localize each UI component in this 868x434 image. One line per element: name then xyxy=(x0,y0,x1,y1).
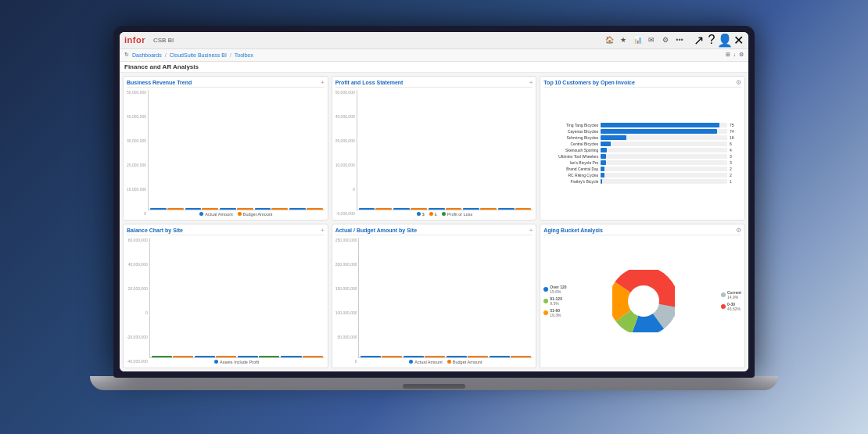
bal-dot-1 xyxy=(214,360,218,364)
balance-title: Balance Chart by Site xyxy=(127,228,325,235)
hbar-row-9: RC Riking Cycles 2 xyxy=(543,173,741,178)
legend-actual: Actual Amount xyxy=(199,212,232,217)
hbar-chart: Ting Tang Bicycles 75 Cayenas Bicycles xyxy=(543,90,741,217)
bar-orange-3 xyxy=(237,208,253,210)
pl-bar-b3 xyxy=(429,208,445,210)
breadcrumb-bar: ↻ Dashboards / CloudSuite Business BI / … xyxy=(120,49,748,62)
bar-orange-5 xyxy=(307,208,323,210)
aging-leg-030: 0-30 43.62% xyxy=(721,302,741,311)
aging-left-legend: Over 120 15.6% 91-120 9.5% xyxy=(543,285,566,317)
aging-leg-91: 91-120 9.5% xyxy=(543,296,566,306)
pl-legend: $ £ Profit or Loss xyxy=(357,212,533,217)
bar-orange-2 xyxy=(202,208,218,210)
aging-label-3160: 31-60 19.3% xyxy=(550,308,561,317)
legend-dot-blue xyxy=(199,212,203,216)
pl-y-labels: 50,000,000 40,000,000 25,000,000 10,000,… xyxy=(335,90,357,217)
hbar-label-9: RC Riking Cycles xyxy=(543,173,598,178)
close-icon[interactable]: ✕ xyxy=(733,34,744,45)
breadcrumb-sep2: / xyxy=(230,52,231,58)
bc-bar-g3 xyxy=(259,356,279,357)
pie-svg xyxy=(612,270,675,332)
profit-loss-title: Profit and Loss Statement xyxy=(335,80,533,88)
ab-bar-b2 xyxy=(404,356,424,357)
ab-leg-2: Budget Amount xyxy=(447,360,482,364)
bar-orange-4 xyxy=(271,208,288,210)
breadcrumb-tab1[interactable]: CloudSuite Business BI xyxy=(170,52,227,58)
page-title-bar: Finance and AR Analysis xyxy=(120,62,748,73)
legend-budget: Budget Amount xyxy=(238,212,273,217)
hbar-label-4: Central Bicycles xyxy=(543,142,598,146)
pl-bar-o4 xyxy=(480,208,497,210)
aging-dot-3160 xyxy=(543,310,548,315)
breadcrumb-action3[interactable]: ⚙ xyxy=(739,52,744,58)
aging-leg-3160: 31-60 19.3% xyxy=(543,308,566,317)
breadcrumb-refresh[interactable]: ↻ xyxy=(124,52,129,58)
ab-bar-o1 xyxy=(382,356,402,357)
pl-bar-b1 xyxy=(359,208,375,210)
breadcrumb-tab2[interactable]: Toolbox xyxy=(235,52,253,58)
settings-icon[interactable]: ⚙ xyxy=(660,34,671,45)
aging-dot-030 xyxy=(721,304,726,309)
balance-chart: 60,000,000 40,000,000 20,000,000 0 -20,0… xyxy=(127,238,325,364)
user-icon[interactable]: 👤 xyxy=(719,34,730,45)
screen-bezel: infor CSB BI 🏠 ★ 📊 ✉ ⚙ ••• ↗ ? 👤 ✕ xyxy=(113,26,755,378)
business-revenue-gear[interactable]: + xyxy=(321,79,325,86)
bar-orange-1 xyxy=(167,208,184,210)
mail-icon[interactable]: ✉ xyxy=(646,34,657,45)
app-header: infor CSB BI 🏠 ★ 📊 ✉ ⚙ ••• ↗ ? 👤 ✕ xyxy=(120,32,748,49)
breadcrumb-sep: / xyxy=(165,52,167,58)
legend-actual-label: Actual Amount xyxy=(205,212,232,217)
more-icon[interactable]: ••• xyxy=(674,34,685,45)
balance-chart-panel: Balance Chart by Site + 60,000,000 40,00… xyxy=(123,224,328,368)
bar-group-1 xyxy=(150,208,184,210)
profit-loss-gear[interactable]: + xyxy=(529,79,533,86)
hbar-label-10: Fratley's Bicycle xyxy=(543,179,598,184)
ab-bar-o2 xyxy=(425,356,445,357)
hbar-val-3: 16 xyxy=(730,135,741,140)
bal-leg-1: Assets Include Profit xyxy=(214,360,259,364)
bc-bar-o4 xyxy=(303,356,323,357)
breadcrumb-actions: ⊞ ↓ ⚙ xyxy=(726,52,744,58)
aging-label-over120: Over 120 15.6% xyxy=(550,285,566,294)
toolbar-icons: 🏠 ★ 📊 ✉ ⚙ ••• xyxy=(604,34,685,45)
bar-blue-1 xyxy=(150,208,167,210)
top-customers-gear[interactable]: ⚙ xyxy=(736,79,741,86)
breadcrumb-dashboards[interactable]: Dashboards xyxy=(132,52,162,58)
hbar-label-3: Schmirng Bicycles xyxy=(543,135,598,140)
breadcrumb-action2[interactable]: ↓ xyxy=(733,52,737,58)
hbar-row-5: Skenoush Sporting 4 xyxy=(543,148,741,152)
hbar-track-3 xyxy=(601,135,727,140)
balance-gear[interactable]: + xyxy=(321,227,325,234)
bc-bar-b2 xyxy=(195,356,215,357)
ab-legend: Actual Amount Budget Amount xyxy=(358,360,533,364)
hbar-track-2 xyxy=(601,129,727,134)
hbar-row-2: Cayenas Bicycles 74 xyxy=(543,129,741,134)
hbar-row-1: Ting Tang Bicycles 75 xyxy=(543,123,741,127)
pl-bar-o2 xyxy=(411,208,427,210)
star-icon[interactable]: ★ xyxy=(618,34,629,45)
bc-group-3 xyxy=(238,356,279,357)
pl-bar-o5 xyxy=(515,208,532,210)
aging-gear[interactable]: ⚙ xyxy=(736,227,741,234)
business-revenue-panel: Business Revenue Trend + 50,000,000 40,0… xyxy=(123,76,328,221)
bc-bar-o2 xyxy=(216,356,236,357)
balance-bar-area: Assets Include Profit xyxy=(149,238,325,364)
ab-bar-o4 xyxy=(511,356,531,357)
breadcrumb-action1[interactable]: ⊞ xyxy=(726,52,730,58)
profit-loss-chart: 50,000,000 40,000,000 25,000,000 10,000,… xyxy=(335,90,533,217)
balance-bars xyxy=(149,238,325,358)
hbar-fill-3 xyxy=(601,135,626,140)
home-icon[interactable]: 🏠 xyxy=(604,34,615,45)
hbar-track-4 xyxy=(601,142,727,146)
ab-dot-1 xyxy=(409,360,413,364)
actual-budget-gear[interactable]: + xyxy=(529,227,533,234)
bar-blue-3 xyxy=(220,208,236,210)
aging-dot-91 xyxy=(543,299,548,303)
bar-group-4 xyxy=(255,208,289,210)
aging-bucket-panel: Aging Bucket Analysis ⚙ Over 120 15.6% xyxy=(540,224,745,368)
hbar-fill-10 xyxy=(601,179,602,184)
chart-icon[interactable]: 📊 xyxy=(632,34,643,45)
bc-group-1 xyxy=(152,356,193,357)
share-icon[interactable]: ↗ xyxy=(693,34,704,45)
help-icon[interactable]: ? xyxy=(706,34,717,45)
